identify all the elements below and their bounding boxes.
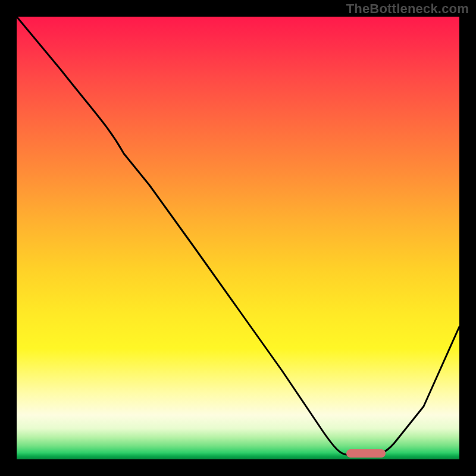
bottleneck-curve <box>17 17 459 455</box>
optimal-marker <box>346 449 386 458</box>
plot-area <box>17 17 459 459</box>
chart-frame: TheBottleneck.com <box>0 0 476 476</box>
chart-svg <box>17 17 459 459</box>
watermark-text: TheBottleneck.com <box>346 1 469 17</box>
